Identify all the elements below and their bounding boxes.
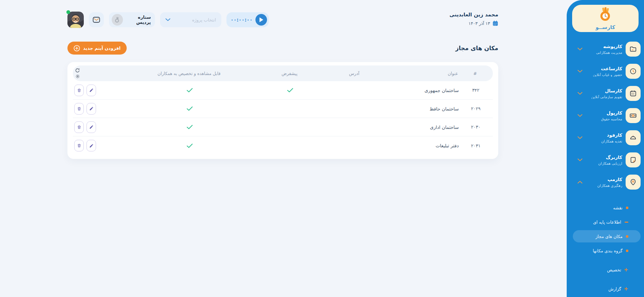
sidebar-item-karfood[interactable]: کارفود تغذیه همکاران	[576, 130, 641, 145]
page-header: مکان های مجاز افزودن آیتم جدید	[67, 42, 498, 55]
col-header-default: پیشفرض	[264, 71, 315, 76]
submenu-label: گروه بندی مکانها	[593, 248, 623, 253]
sidebar-item-karmap[interactable]: کارمپ رهگیری همکاران	[576, 175, 641, 190]
sidebar-item-title: کارسال	[582, 88, 622, 93]
col-header-address: آدرس	[315, 71, 393, 76]
play-icon	[260, 17, 263, 22]
topbar: محمد زین العابدینی ۱۳ آذر ۱۴۰۳ ۰۰:۰۰:۰۰	[67, 12, 498, 28]
workspace-logo-icon	[112, 14, 123, 26]
row-title: دفتر تبلیغات	[394, 143, 459, 148]
visible-check-icon	[187, 144, 193, 148]
user-name: محمد زین العابدینی	[450, 12, 498, 18]
submenu-item-allowed-locations[interactable]: مکان های مجاز	[573, 230, 641, 242]
plus-circle-icon	[74, 45, 80, 51]
page-title: مکان های مجاز	[455, 45, 498, 51]
submenu-item-location-groups[interactable]: گروه بندی مکانها	[573, 244, 641, 257]
sheet-icon	[626, 152, 641, 167]
sidebar-item-karbarg[interactable]: کاربرگ ارزیابی همکاران	[576, 152, 641, 167]
plus-bullet-icon: +	[625, 267, 628, 272]
submenu-label: گزارش	[608, 286, 621, 292]
sidebar: کارســو کارپوشه مدیریت همکارانی کارساعت	[567, 0, 644, 297]
sidebar-item-title: کارمپ	[582, 177, 622, 182]
square-bullet-icon	[626, 250, 628, 252]
chevron-up-icon[interactable]	[578, 181, 582, 183]
sidebar-item-subtitle: رهگیری همکاران	[582, 183, 622, 188]
submenu-item-assignment[interactable]: + تخصیص	[573, 264, 641, 276]
row-id: ۲۰۳۰	[459, 124, 493, 130]
table-row: ۲۰۳۱ دفتر تبلیغات	[73, 136, 493, 155]
chevron-down-icon[interactable]	[578, 48, 582, 50]
work-timer: ۰۰:۰۰:۰۰	[226, 12, 269, 27]
submenu-label: نقشه	[613, 205, 623, 210]
messages-button[interactable]	[89, 12, 104, 27]
sidebar-item-karpool[interactable]: کارپول محاسبه حقوق	[576, 108, 641, 123]
map-pin-icon	[626, 175, 641, 190]
dash-bullet-icon	[625, 222, 628, 223]
sidebar-item-subtitle: محاسبه حقوق	[582, 117, 622, 121]
square-bullet-icon	[626, 207, 628, 209]
chevron-down-icon[interactable]	[578, 70, 582, 73]
add-item-button[interactable]: افزودن آیتم جدید	[67, 42, 127, 55]
table-row: ۲۰۳۰ ساختمان اداری	[73, 118, 493, 136]
online-status-dot	[66, 10, 70, 14]
sidebar-item-subtitle: ارزیابی همکاران	[582, 161, 622, 165]
chevron-down-icon[interactable]	[578, 159, 582, 161]
delete-row-button[interactable]	[74, 140, 84, 151]
timer-value: ۰۰:۰۰:۰۰	[231, 17, 253, 23]
refresh-button[interactable]	[75, 68, 80, 73]
workspace-switcher[interactable]: ستاره پردیس	[109, 12, 155, 27]
chevron-down-icon[interactable]	[578, 92, 582, 95]
sidebar-item-title: کاربرگ	[582, 154, 622, 160]
app-logo[interactable]: کارســو	[572, 5, 639, 32]
sidebar-item-karsal[interactable]: کارسال تقویم سازمانی آنلاین	[576, 86, 641, 101]
row-id: ۲۰۲۹	[459, 106, 493, 111]
topbar-tools: ۰۰:۰۰:۰۰ انتخاب پروژه ستاره پردیس	[67, 12, 269, 28]
sidebar-item-title: کارپوشه	[582, 44, 622, 49]
chevron-down-icon[interactable]	[578, 136, 582, 139]
edit-row-button[interactable]	[87, 85, 96, 96]
settings-gear-button[interactable]	[75, 74, 80, 79]
sidebar-item-subtitle: مدیریت همکارانی	[582, 50, 622, 55]
submenu-item-map[interactable]: نقشه	[573, 202, 641, 214]
visible-check-icon	[187, 88, 193, 92]
delete-row-button[interactable]	[74, 121, 84, 133]
submenu-label: تخصیص	[607, 267, 621, 272]
envelope-icon	[93, 17, 100, 23]
main-content: محمد زین العابدینی ۱۳ آذر ۱۴۰۳ ۰۰:۰۰:۰۰	[0, 0, 567, 297]
current-date: ۱۳ آذر ۱۴۰۳	[469, 21, 490, 26]
delete-row-button[interactable]	[74, 103, 84, 115]
sidebar-item-subtitle: حضور و غیاب آنلاین	[582, 73, 622, 77]
project-select-placeholder: انتخاب پروژه	[192, 17, 216, 23]
table-row: ۳۴۲ ساختمان جمهوری	[73, 81, 493, 100]
col-header-title: عنوان	[393, 71, 458, 76]
square-bullet-icon	[626, 235, 628, 238]
edit-row-button[interactable]	[87, 121, 96, 133]
chevron-down-icon[interactable]	[578, 114, 582, 117]
sidebar-item-title: کارپول	[582, 110, 622, 116]
row-title: ساختمان حافظ	[394, 106, 459, 112]
user-block: محمد زین العابدینی ۱۳ آذر ۱۴۰۳	[450, 12, 498, 26]
delete-row-button[interactable]	[74, 85, 84, 96]
sidebar-item-karsaat[interactable]: کارساعت حضور و غیاب آنلاین	[576, 64, 641, 79]
play-button[interactable]	[255, 14, 267, 26]
sidebar-item-title: کارفود	[582, 132, 622, 138]
user-avatar[interactable]	[67, 12, 84, 28]
col-header-visible: قابل مشاهده و تخصیص به همکاران	[114, 71, 264, 76]
row-title: ساختمان جمهوری	[394, 88, 459, 93]
calendar-date-icon	[492, 20, 498, 26]
edit-row-button[interactable]	[87, 103, 96, 115]
submenu-label: اطلاعات پایه ای	[593, 220, 621, 225]
sidebar-item-title: کارساعت	[582, 66, 622, 71]
submenu-item-basic-info[interactable]: اطلاعات پایه ای	[573, 216, 641, 228]
app-logo-title: کارســو	[596, 24, 615, 30]
table-row: ۲۰۲۹ ساختمان حافظ	[73, 100, 493, 118]
project-select[interactable]: انتخاب پروژه	[160, 12, 221, 27]
banknote-icon	[626, 108, 641, 123]
edit-row-button[interactable]	[87, 140, 96, 151]
sidebar-item-karpooshe[interactable]: کارپوشه مدیریت همکارانی	[576, 42, 641, 57]
workspace-name: ستاره پردیس	[123, 15, 151, 25]
row-title: ساختمان اداری	[394, 124, 459, 130]
visible-check-icon	[187, 106, 193, 111]
submenu-item-report[interactable]: + گزارش	[573, 283, 641, 295]
col-header-id: #	[458, 71, 492, 76]
